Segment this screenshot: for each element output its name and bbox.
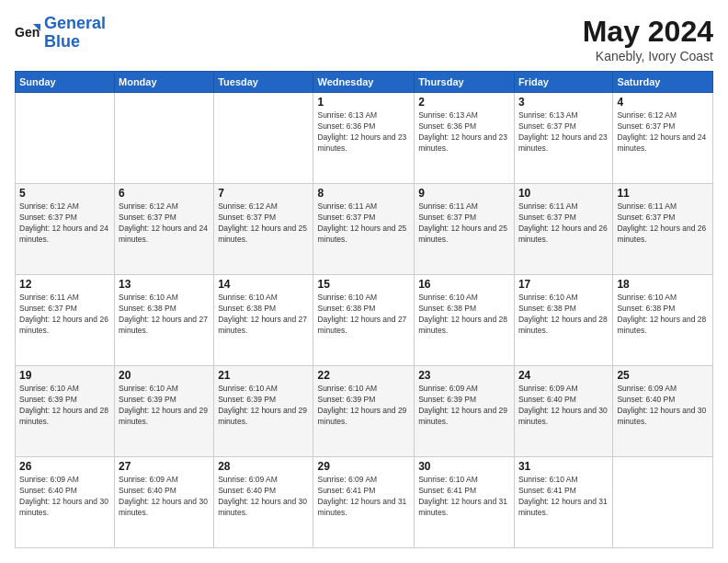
calendar-cell: 7 Sunrise: 6:12 AMSunset: 6:37 PMDayligh… [214, 184, 313, 275]
day-info: Sunrise: 6:09 AMSunset: 6:41 PMDaylight:… [317, 475, 410, 519]
calendar-cell: 21 Sunrise: 6:10 AMSunset: 6:39 PMDaylig… [214, 366, 313, 457]
day-info: Sunrise: 6:09 AMSunset: 6:40 PMDaylight:… [518, 384, 609, 428]
day-info: Sunrise: 6:10 AMSunset: 6:38 PMDaylight:… [418, 293, 510, 337]
calendar-cell: 30 Sunrise: 6:10 AMSunset: 6:41 PMDaylig… [415, 457, 515, 548]
calendar-cell: 26 Sunrise: 6:09 AMSunset: 6:40 PMDaylig… [16, 457, 115, 548]
calendar-cell: 1 Sunrise: 6:13 AMSunset: 6:36 PMDayligh… [313, 93, 415, 184]
calendar-week-row: 5 Sunrise: 6:12 AMSunset: 6:37 PMDayligh… [16, 184, 713, 275]
day-info: Sunrise: 6:12 AMSunset: 6:37 PMDaylight:… [119, 201, 210, 246]
calendar-cell: 31 Sunrise: 6:10 AMSunset: 6:41 PMDaylig… [514, 457, 612, 548]
calendar-cell: 6 Sunrise: 6:12 AMSunset: 6:37 PMDayligh… [115, 184, 214, 275]
calendar-week-row: 12 Sunrise: 6:11 AMSunset: 6:37 PMDaylig… [16, 275, 713, 366]
day-number: 21 [218, 369, 309, 382]
svg-text:Gen: Gen [15, 25, 40, 40]
day-info: Sunrise: 6:10 AMSunset: 6:38 PMDaylight:… [119, 293, 210, 337]
calendar-week-row: 1 Sunrise: 6:13 AMSunset: 6:36 PMDayligh… [16, 93, 713, 184]
calendar-cell: 13 Sunrise: 6:10 AMSunset: 6:38 PMDaylig… [115, 275, 214, 366]
day-number: 13 [119, 278, 210, 291]
calendar-cell: 8 Sunrise: 6:11 AMSunset: 6:37 PMDayligh… [313, 184, 415, 275]
day-number: 24 [518, 369, 609, 382]
day-number: 11 [617, 187, 709, 200]
logo: Gen GeneralBlue [15, 15, 106, 52]
calendar-cell: 28 Sunrise: 6:09 AMSunset: 6:40 PMDaylig… [214, 457, 313, 548]
day-info: Sunrise: 6:11 AMSunset: 6:37 PMDaylight:… [317, 201, 410, 246]
day-number: 1 [317, 96, 410, 109]
calendar-week-row: 26 Sunrise: 6:09 AMSunset: 6:40 PMDaylig… [16, 457, 713, 548]
day-info: Sunrise: 6:09 AMSunset: 6:40 PMDaylight:… [19, 475, 110, 519]
logo-text: GeneralBlue [44, 15, 106, 52]
day-number: 23 [418, 369, 510, 382]
day-number: 4 [617, 96, 709, 109]
col-monday: Monday [115, 72, 214, 93]
calendar-cell: 16 Sunrise: 6:10 AMSunset: 6:38 PMDaylig… [415, 275, 515, 366]
col-saturday: Saturday [613, 72, 713, 93]
calendar-cell: 24 Sunrise: 6:09 AMSunset: 6:40 PMDaylig… [514, 366, 612, 457]
day-number: 25 [617, 369, 709, 382]
calendar-table: Sunday Monday Tuesday Wednesday Thursday… [15, 71, 713, 548]
day-number: 22 [317, 369, 410, 382]
calendar-cell: 11 Sunrise: 6:11 AMSunset: 6:37 PMDaylig… [613, 184, 713, 275]
calendar-cell [214, 93, 313, 184]
day-number: 14 [218, 278, 309, 291]
day-number: 15 [317, 278, 410, 291]
day-number: 7 [218, 187, 309, 200]
day-number: 5 [19, 187, 110, 200]
day-number: 16 [418, 278, 510, 291]
day-number: 26 [19, 460, 110, 473]
day-info: Sunrise: 6:10 AMSunset: 6:41 PMDaylight:… [518, 475, 609, 519]
calendar-cell: 15 Sunrise: 6:10 AMSunset: 6:38 PMDaylig… [313, 275, 415, 366]
calendar-cell: 2 Sunrise: 6:13 AMSunset: 6:36 PMDayligh… [415, 93, 515, 184]
day-number: 2 [418, 96, 510, 109]
calendar-cell: 27 Sunrise: 6:09 AMSunset: 6:40 PMDaylig… [115, 457, 214, 548]
day-info: Sunrise: 6:09 AMSunset: 6:40 PMDaylight:… [617, 384, 709, 428]
day-info: Sunrise: 6:09 AMSunset: 6:40 PMDaylight:… [218, 475, 309, 519]
col-tuesday: Tuesday [214, 72, 313, 93]
day-info: Sunrise: 6:10 AMSunset: 6:38 PMDaylight:… [317, 293, 410, 337]
day-info: Sunrise: 6:13 AMSunset: 6:37 PMDaylight:… [518, 110, 609, 155]
calendar-header-row: Sunday Monday Tuesday Wednesday Thursday… [16, 72, 713, 93]
day-info: Sunrise: 6:11 AMSunset: 6:37 PMDaylight:… [418, 201, 510, 246]
calendar-cell: 19 Sunrise: 6:10 AMSunset: 6:39 PMDaylig… [16, 366, 115, 457]
day-info: Sunrise: 6:12 AMSunset: 6:37 PMDaylight:… [19, 201, 110, 246]
day-number: 19 [19, 369, 110, 382]
day-info: Sunrise: 6:10 AMSunset: 6:39 PMDaylight:… [119, 384, 210, 428]
day-number: 6 [119, 187, 210, 200]
day-number: 18 [617, 278, 709, 291]
location-title: Kanebly, Ivory Coast [583, 49, 713, 63]
day-info: Sunrise: 6:09 AMSunset: 6:40 PMDaylight:… [119, 475, 210, 519]
calendar-cell: 23 Sunrise: 6:09 AMSunset: 6:39 PMDaylig… [415, 366, 515, 457]
col-sunday: Sunday [16, 72, 115, 93]
day-info: Sunrise: 6:11 AMSunset: 6:37 PMDaylight:… [617, 201, 709, 246]
day-info: Sunrise: 6:11 AMSunset: 6:37 PMDaylight:… [19, 293, 110, 337]
day-info: Sunrise: 6:10 AMSunset: 6:39 PMDaylight:… [317, 384, 410, 428]
col-wednesday: Wednesday [313, 72, 415, 93]
day-number: 20 [119, 369, 210, 382]
day-info: Sunrise: 6:09 AMSunset: 6:39 PMDaylight:… [418, 384, 510, 428]
calendar-cell: 29 Sunrise: 6:09 AMSunset: 6:41 PMDaylig… [313, 457, 415, 548]
day-info: Sunrise: 6:10 AMSunset: 6:38 PMDaylight:… [617, 293, 709, 337]
calendar-page: Gen GeneralBlue May 2024 Kanebly, Ivory … [0, 0, 728, 563]
day-number: 31 [518, 460, 609, 473]
day-info: Sunrise: 6:10 AMSunset: 6:41 PMDaylight:… [418, 475, 510, 519]
day-info: Sunrise: 6:13 AMSunset: 6:36 PMDaylight:… [418, 110, 510, 155]
calendar-week-row: 19 Sunrise: 6:10 AMSunset: 6:39 PMDaylig… [16, 366, 713, 457]
day-info: Sunrise: 6:12 AMSunset: 6:37 PMDaylight:… [617, 110, 709, 155]
calendar-cell [16, 93, 115, 184]
calendar-cell: 18 Sunrise: 6:10 AMSunset: 6:38 PMDaylig… [613, 275, 713, 366]
calendar-cell: 3 Sunrise: 6:13 AMSunset: 6:37 PMDayligh… [514, 93, 612, 184]
calendar-cell: 22 Sunrise: 6:10 AMSunset: 6:39 PMDaylig… [313, 366, 415, 457]
day-number: 3 [518, 96, 609, 109]
day-number: 9 [418, 187, 510, 200]
day-info: Sunrise: 6:13 AMSunset: 6:36 PMDaylight:… [317, 110, 410, 155]
header: Gen GeneralBlue May 2024 Kanebly, Ivory … [15, 15, 713, 63]
calendar-cell: 25 Sunrise: 6:09 AMSunset: 6:40 PMDaylig… [613, 366, 713, 457]
calendar-cell: 9 Sunrise: 6:11 AMSunset: 6:37 PMDayligh… [415, 184, 515, 275]
day-number: 17 [518, 278, 609, 291]
day-number: 28 [218, 460, 309, 473]
calendar-cell [115, 93, 214, 184]
day-number: 12 [19, 278, 110, 291]
day-info: Sunrise: 6:10 AMSunset: 6:39 PMDaylight:… [218, 384, 309, 428]
calendar-cell: 10 Sunrise: 6:11 AMSunset: 6:37 PMDaylig… [514, 184, 612, 275]
calendar-cell [613, 457, 713, 548]
calendar-cell: 12 Sunrise: 6:11 AMSunset: 6:37 PMDaylig… [16, 275, 115, 366]
